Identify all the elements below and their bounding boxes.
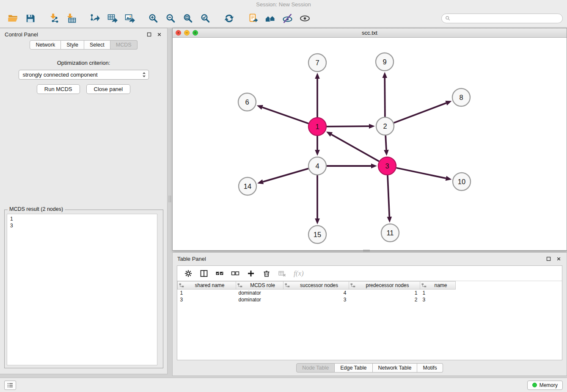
tab-node-table[interactable]: Node Table xyxy=(296,363,335,373)
graph-node-6[interactable]: 6 xyxy=(238,93,256,111)
graph-node-7[interactable]: 7 xyxy=(308,54,326,72)
cell-shared_name[interactable]: 3 xyxy=(178,296,236,303)
cell-successor_nodes[interactable]: 3 xyxy=(284,296,349,303)
delete-table-button[interactable] xyxy=(277,268,288,279)
toolbar-buttons xyxy=(4,11,314,26)
network-canvas[interactable]: 7968124314101511 xyxy=(173,38,567,250)
graph-node-1[interactable]: 1 xyxy=(308,118,326,135)
export-table-button[interactable] xyxy=(104,11,121,26)
open-file-button[interactable] xyxy=(4,11,22,26)
cell-predecessor_nodes[interactable]: 2 xyxy=(349,296,420,303)
graph-edge-3-11[interactable] xyxy=(387,175,392,223)
tab-select[interactable]: Select xyxy=(84,40,110,50)
eye-slash-button[interactable] xyxy=(279,11,296,26)
zoom-network-window-button[interactable]: + xyxy=(193,30,198,36)
graph-node-15[interactable]: 15 xyxy=(308,226,326,243)
zoom-out-button[interactable] xyxy=(162,11,179,26)
export-network-button[interactable] xyxy=(86,11,104,26)
cell-mcds_role[interactable]: dominator xyxy=(236,296,284,303)
table-panel: Table Panel f(x) shared nameMCDS rolesuc… xyxy=(172,252,567,376)
zoom-fit-button[interactable] xyxy=(179,11,197,26)
window-titlebar[interactable]: Session: New Session xyxy=(0,0,567,9)
graph-node-9[interactable]: 9 xyxy=(376,53,394,71)
graph-edge-3-1[interactable] xyxy=(326,132,379,161)
document-share-button[interactable] xyxy=(244,11,261,26)
graph-node-2[interactable]: 2 xyxy=(376,117,394,135)
table-row[interactable]: 1dominator411 xyxy=(178,290,456,296)
graph-node-8[interactable]: 8 xyxy=(452,88,470,106)
graph-edge-1-4[interactable] xyxy=(315,136,320,156)
cell-successor_nodes[interactable]: 4 xyxy=(284,290,349,296)
tab-edge-table[interactable]: Edge Table xyxy=(335,363,372,373)
vertical-splitter-handle[interactable] xyxy=(169,196,171,202)
select-all-button[interactable] xyxy=(214,268,225,279)
graph-edge-4-3[interactable] xyxy=(327,163,377,168)
close-table-panel-button[interactable] xyxy=(556,256,562,262)
column-header-shared_name[interactable]: shared name xyxy=(178,282,236,290)
table-row[interactable]: 3dominator323 xyxy=(178,296,456,303)
graph-node-11[interactable]: 11 xyxy=(381,224,399,242)
deselect-all-button[interactable] xyxy=(230,268,241,279)
eye-button[interactable] xyxy=(296,11,314,26)
home-button[interactable] xyxy=(261,11,279,26)
graph-edge-3-10[interactable] xyxy=(396,168,452,181)
delete-column-button[interactable] xyxy=(261,268,272,279)
tab-network[interactable]: Network xyxy=(30,40,61,50)
run-mcds-button[interactable]: Run MCDS xyxy=(37,84,80,94)
mcds-result-item[interactable]: 1 xyxy=(10,215,154,222)
minimize-network-window-button[interactable]: − xyxy=(184,30,190,36)
zoom-selected-button[interactable] xyxy=(197,11,214,26)
cell-predecessor_nodes[interactable]: 1 xyxy=(349,290,420,296)
tab-motifs[interactable]: Motifs xyxy=(417,363,443,373)
search-input[interactable] xyxy=(453,16,559,22)
graph-edge-4-15[interactable] xyxy=(315,175,320,224)
graph-node-10[interactable]: 10 xyxy=(453,173,471,190)
gear-button[interactable] xyxy=(183,268,194,279)
cell-name[interactable]: 3 xyxy=(420,296,456,303)
zoom-in-button[interactable] xyxy=(145,11,162,26)
column-header-successor_nodes[interactable]: successor nodes xyxy=(284,282,349,290)
optimization-criterion-select[interactable]: strongly connected component xyxy=(19,70,149,80)
graph-edge-1-7[interactable] xyxy=(315,73,320,117)
column-header-predecessor_nodes[interactable]: predecessor nodes xyxy=(349,282,420,290)
import-table-button[interactable] xyxy=(63,11,80,26)
graph-edge-2-8[interactable] xyxy=(394,101,452,123)
cell-name[interactable]: 1 xyxy=(420,290,456,296)
column-header-mcds_role[interactable]: MCDS role xyxy=(236,282,284,290)
float-table-panel-button[interactable] xyxy=(545,256,552,262)
float-control-panel-button[interactable] xyxy=(146,31,152,38)
mcds-result-list[interactable]: 13 xyxy=(7,214,157,365)
graph-node-14[interactable]: 14 xyxy=(239,177,256,195)
refresh-button[interactable] xyxy=(220,11,238,26)
close-network-window-button[interactable]: × xyxy=(176,30,181,36)
tab-mcds[interactable]: MCDS xyxy=(110,40,138,50)
select-all-icon xyxy=(215,269,224,278)
graph-node-4[interactable]: 4 xyxy=(308,157,326,175)
memory-button[interactable]: Memory xyxy=(527,381,563,390)
tab-style[interactable]: Style xyxy=(61,40,84,50)
fx-button[interactable]: f(x) xyxy=(292,268,305,279)
column-tree-icon xyxy=(421,283,427,288)
graph-edge-4-14[interactable] xyxy=(257,168,308,184)
cell-shared_name[interactable]: 1 xyxy=(178,290,236,296)
panel-menu-button[interactable] xyxy=(4,381,16,390)
split-panel-button[interactable] xyxy=(198,268,209,279)
close-control-panel-button[interactable] xyxy=(156,31,162,38)
tab-network-table[interactable]: Network Table xyxy=(373,363,418,373)
graph-edge-1-6[interactable] xyxy=(257,105,309,124)
graph-node-3[interactable]: 3 xyxy=(378,157,396,175)
cell-mcds_role[interactable]: dominator xyxy=(236,290,284,296)
horizontal-splitter-handle[interactable] xyxy=(363,250,370,252)
save-session-button[interactable] xyxy=(22,11,39,26)
column-header-name[interactable]: name xyxy=(420,282,456,290)
import-network-button[interactable] xyxy=(45,11,63,26)
network-window-titlebar[interactable]: × − + scc.txt xyxy=(173,28,567,38)
graph-edge-2-9[interactable] xyxy=(383,72,388,117)
add-column-button[interactable] xyxy=(245,268,256,279)
mcds-result-item[interactable]: 3 xyxy=(10,222,154,229)
graph-edge-1-2[interactable] xyxy=(327,124,375,129)
export-image-button[interactable] xyxy=(121,11,138,26)
search-box[interactable] xyxy=(441,14,563,23)
graph-edge-2-3[interactable] xyxy=(384,135,389,156)
close-panel-button[interactable]: Close panel xyxy=(86,84,131,94)
